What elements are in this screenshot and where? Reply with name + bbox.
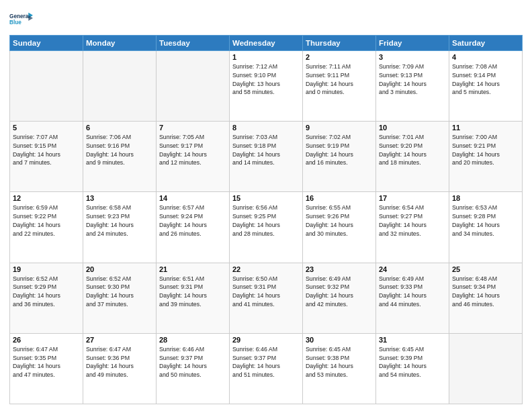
day-number: 8 xyxy=(232,124,300,132)
calendar-cell: 24Sunrise: 6:49 AM Sunset: 9:33 PM Dayli… xyxy=(376,263,449,333)
day-number: 5 xyxy=(13,124,80,132)
day-number: 11 xyxy=(452,124,519,132)
calendar-cell: 23Sunrise: 6:49 AM Sunset: 9:32 PM Dayli… xyxy=(303,263,376,333)
day-number: 1 xyxy=(232,53,300,61)
page-header: GeneralBlue xyxy=(9,7,523,31)
calendar-cell: 12Sunrise: 6:59 AM Sunset: 9:22 PM Dayli… xyxy=(10,192,83,263)
day-number: 23 xyxy=(306,265,373,273)
calendar-cell: 30Sunrise: 6:45 AM Sunset: 9:38 PM Dayli… xyxy=(303,333,376,404)
calendar-cell: 15Sunrise: 6:56 AM Sunset: 9:25 PM Dayli… xyxy=(230,192,303,263)
weekday-header-friday: Friday xyxy=(376,36,449,51)
day-info: Sunrise: 6:47 AM Sunset: 9:36 PM Dayligh… xyxy=(86,345,153,379)
day-info: Sunrise: 6:57 AM Sunset: 9:24 PM Dayligh… xyxy=(159,203,226,238)
day-number: 26 xyxy=(13,336,80,344)
svg-text:Blue: Blue xyxy=(9,19,21,26)
day-number: 4 xyxy=(452,53,519,61)
day-info: Sunrise: 6:55 AM Sunset: 9:26 PM Dayligh… xyxy=(306,203,373,238)
calendar-body: 1Sunrise: 7:12 AM Sunset: 9:10 PM Daylig… xyxy=(10,51,523,404)
day-info: Sunrise: 7:06 AM Sunset: 9:16 PM Dayligh… xyxy=(86,133,153,167)
day-info: Sunrise: 6:49 AM Sunset: 9:33 PM Dayligh… xyxy=(379,275,446,309)
calendar-cell: 27Sunrise: 6:47 AM Sunset: 9:36 PM Dayli… xyxy=(83,333,157,404)
calendar-cell: 18Sunrise: 6:53 AM Sunset: 9:28 PM Dayli… xyxy=(449,192,523,263)
calendar-cell: 1Sunrise: 7:12 AM Sunset: 9:10 PM Daylig… xyxy=(230,51,303,122)
day-number: 25 xyxy=(452,265,519,273)
calendar-week-4: 19Sunrise: 6:52 AM Sunset: 9:29 PM Dayli… xyxy=(10,263,523,333)
day-info: Sunrise: 6:52 AM Sunset: 9:30 PM Dayligh… xyxy=(86,275,153,309)
day-info: Sunrise: 6:45 AM Sunset: 9:39 PM Dayligh… xyxy=(379,345,446,379)
calendar-week-3: 12Sunrise: 6:59 AM Sunset: 9:22 PM Dayli… xyxy=(10,192,523,263)
day-info: Sunrise: 6:47 AM Sunset: 9:35 PM Dayligh… xyxy=(13,345,80,379)
day-info: Sunrise: 7:12 AM Sunset: 9:10 PM Dayligh… xyxy=(232,62,300,97)
calendar-cell xyxy=(10,51,83,122)
calendar-cell: 5Sunrise: 7:07 AM Sunset: 9:15 PM Daylig… xyxy=(10,122,83,192)
logo-icon: GeneralBlue xyxy=(9,7,34,31)
calendar-table: SundayMondayTuesdayWednesdayThursdayFrid… xyxy=(9,35,523,404)
calendar-cell: 8Sunrise: 7:03 AM Sunset: 9:18 PM Daylig… xyxy=(230,122,303,192)
weekday-header-monday: Monday xyxy=(83,36,157,51)
weekday-header-wednesday: Wednesday xyxy=(230,36,303,51)
day-number: 14 xyxy=(159,194,226,202)
day-info: Sunrise: 6:48 AM Sunset: 9:34 PM Dayligh… xyxy=(452,275,519,309)
day-number: 7 xyxy=(159,124,226,132)
day-number: 9 xyxy=(306,124,373,132)
day-info: Sunrise: 6:58 AM Sunset: 9:23 PM Dayligh… xyxy=(86,203,153,238)
day-info: Sunrise: 7:08 AM Sunset: 9:14 PM Dayligh… xyxy=(452,62,519,97)
day-info: Sunrise: 6:49 AM Sunset: 9:32 PM Dayligh… xyxy=(306,275,373,309)
day-info: Sunrise: 7:11 AM Sunset: 9:11 PM Dayligh… xyxy=(306,62,373,97)
calendar-cell: 14Sunrise: 6:57 AM Sunset: 9:24 PM Dayli… xyxy=(157,192,230,263)
day-info: Sunrise: 6:51 AM Sunset: 9:31 PM Dayligh… xyxy=(159,275,226,309)
day-info: Sunrise: 6:45 AM Sunset: 9:38 PM Dayligh… xyxy=(306,345,373,379)
calendar-cell xyxy=(449,333,523,404)
calendar-cell: 3Sunrise: 7:09 AM Sunset: 9:13 PM Daylig… xyxy=(376,51,449,122)
calendar-cell: 19Sunrise: 6:52 AM Sunset: 9:29 PM Dayli… xyxy=(10,263,83,333)
day-number: 2 xyxy=(306,53,373,61)
calendar-week-2: 5Sunrise: 7:07 AM Sunset: 9:15 PM Daylig… xyxy=(10,122,523,192)
day-info: Sunrise: 6:46 AM Sunset: 9:37 PM Dayligh… xyxy=(232,345,300,379)
day-number: 27 xyxy=(86,336,153,344)
day-number: 15 xyxy=(232,194,300,202)
day-number: 16 xyxy=(306,194,373,202)
calendar-week-1: 1Sunrise: 7:12 AM Sunset: 9:10 PM Daylig… xyxy=(10,51,523,122)
logo: GeneralBlue xyxy=(9,7,34,31)
svg-text:General: General xyxy=(9,13,30,19)
day-info: Sunrise: 6:56 AM Sunset: 9:25 PM Dayligh… xyxy=(232,203,300,238)
day-number: 18 xyxy=(452,194,519,202)
day-info: Sunrise: 6:59 AM Sunset: 9:22 PM Dayligh… xyxy=(13,203,80,238)
calendar-cell xyxy=(83,51,157,122)
calendar-cell: 4Sunrise: 7:08 AM Sunset: 9:14 PM Daylig… xyxy=(449,51,523,122)
day-number: 12 xyxy=(13,194,80,202)
calendar-cell: 21Sunrise: 6:51 AM Sunset: 9:31 PM Dayli… xyxy=(157,263,230,333)
calendar-cell xyxy=(157,51,230,122)
calendar-cell: 10Sunrise: 7:01 AM Sunset: 9:20 PM Dayli… xyxy=(376,122,449,192)
day-info: Sunrise: 7:01 AM Sunset: 9:20 PM Dayligh… xyxy=(379,133,446,167)
day-number: 30 xyxy=(306,336,373,344)
day-info: Sunrise: 7:05 AM Sunset: 9:17 PM Dayligh… xyxy=(159,133,226,167)
weekday-header-sunday: Sunday xyxy=(10,36,83,51)
calendar-cell: 13Sunrise: 6:58 AM Sunset: 9:23 PM Dayli… xyxy=(83,192,157,263)
calendar-cell: 11Sunrise: 7:00 AM Sunset: 9:21 PM Dayli… xyxy=(449,122,523,192)
weekday-header-thursday: Thursday xyxy=(303,36,376,51)
day-info: Sunrise: 6:50 AM Sunset: 9:31 PM Dayligh… xyxy=(232,275,300,309)
calendar-cell: 16Sunrise: 6:55 AM Sunset: 9:26 PM Dayli… xyxy=(303,192,376,263)
day-number: 13 xyxy=(86,194,153,202)
calendar-cell: 25Sunrise: 6:48 AM Sunset: 9:34 PM Dayli… xyxy=(449,263,523,333)
day-number: 17 xyxy=(379,194,446,202)
day-info: Sunrise: 7:07 AM Sunset: 9:15 PM Dayligh… xyxy=(13,133,80,167)
calendar-cell: 7Sunrise: 7:05 AM Sunset: 9:17 PM Daylig… xyxy=(157,122,230,192)
calendar-cell: 29Sunrise: 6:46 AM Sunset: 9:37 PM Dayli… xyxy=(230,333,303,404)
calendar-cell: 9Sunrise: 7:02 AM Sunset: 9:19 PM Daylig… xyxy=(303,122,376,192)
day-number: 28 xyxy=(159,336,226,344)
calendar-cell: 31Sunrise: 6:45 AM Sunset: 9:39 PM Dayli… xyxy=(376,333,449,404)
weekday-header-row: SundayMondayTuesdayWednesdayThursdayFrid… xyxy=(10,36,523,51)
day-info: Sunrise: 6:54 AM Sunset: 9:27 PM Dayligh… xyxy=(379,203,446,238)
day-info: Sunrise: 7:02 AM Sunset: 9:19 PM Dayligh… xyxy=(306,133,373,167)
calendar-cell: 22Sunrise: 6:50 AM Sunset: 9:31 PM Dayli… xyxy=(230,263,303,333)
day-number: 10 xyxy=(379,124,446,132)
day-number: 6 xyxy=(86,124,153,132)
calendar-week-5: 26Sunrise: 6:47 AM Sunset: 9:35 PM Dayli… xyxy=(10,333,523,404)
day-info: Sunrise: 6:52 AM Sunset: 9:29 PM Dayligh… xyxy=(13,275,80,309)
calendar-cell: 2Sunrise: 7:11 AM Sunset: 9:11 PM Daylig… xyxy=(303,51,376,122)
day-info: Sunrise: 7:03 AM Sunset: 9:18 PM Dayligh… xyxy=(232,133,300,167)
calendar-cell: 17Sunrise: 6:54 AM Sunset: 9:27 PM Dayli… xyxy=(376,192,449,263)
day-info: Sunrise: 7:00 AM Sunset: 9:21 PM Dayligh… xyxy=(452,133,519,167)
